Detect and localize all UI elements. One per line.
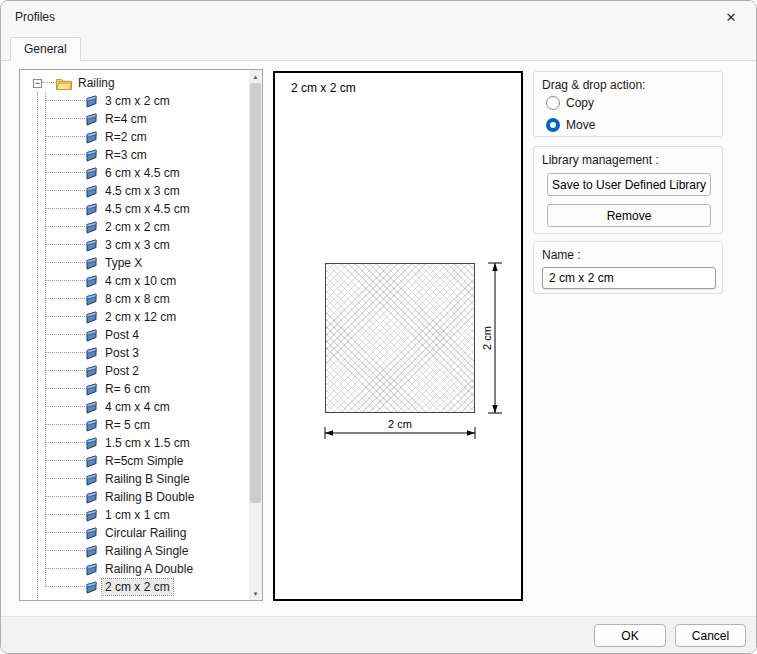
save-library-button[interactable]: Save to User Defined Library: [547, 173, 711, 196]
tree-item[interactable]: R=3 cm: [20, 146, 249, 164]
tree-item[interactable]: Post 4: [20, 326, 249, 344]
tree-connector: [45, 200, 85, 209]
tree-item[interactable]: R=4 cm: [20, 110, 249, 128]
tree-item[interactable]: Railing B Single: [20, 470, 249, 488]
tree-item-label: R=4 cm: [102, 111, 150, 127]
tree-connector: [45, 218, 85, 227]
profile-icon: [85, 509, 98, 522]
tree-item[interactable]: Post 3: [20, 344, 249, 362]
name-input[interactable]: [542, 267, 716, 289]
scroll-thumb[interactable]: [250, 83, 261, 503]
name-group-title: Name :: [542, 248, 581, 262]
tree-item-label: R=3 cm: [102, 147, 150, 163]
tree-item[interactable]: Railing A Single: [20, 542, 249, 560]
tree-item[interactable]: 4.5 cm x 4.5 cm: [20, 200, 249, 218]
profile-icon: [85, 473, 98, 486]
radio-copy-label: Copy: [566, 96, 594, 110]
profile-icon: [85, 203, 98, 216]
profile-icon: [85, 185, 98, 198]
folder-icon: [56, 599, 72, 601]
tree-item[interactable]: Post 2: [20, 362, 249, 380]
tree-item-label: Railing B Double: [102, 489, 197, 505]
tree-item[interactable]: R= 6 cm: [20, 380, 249, 398]
tree-item-label: 4 cm x 10 cm: [102, 273, 179, 289]
tree-connector: [45, 560, 85, 569]
tree-item-label: Post 3: [102, 345, 142, 361]
window-title: Profiles: [15, 10, 55, 24]
profile-icon: [85, 401, 98, 414]
profile-icon: [85, 365, 98, 378]
tree-item[interactable]: Railing A Double: [20, 560, 249, 578]
profile-icon: [85, 545, 98, 558]
scroll-down-button[interactable]: ▼: [249, 587, 262, 600]
tab-strip: General: [1, 33, 756, 61]
tree-item[interactable]: 3 cm x 2 cm: [20, 92, 249, 110]
tree-item-label: R=2 cm: [102, 129, 150, 145]
tab-general[interactable]: General: [10, 37, 81, 61]
tree-folder-partial[interactable]: [20, 596, 249, 600]
tree-root-label: Railing: [75, 75, 118, 91]
tree-item-label: R= 6 cm: [102, 381, 153, 397]
dimension-annotations: 2 cm 2 cm: [275, 73, 521, 599]
radio-copy-icon: [546, 96, 560, 110]
profile-icon: [85, 527, 98, 540]
title-bar: Profiles ✕: [1, 1, 756, 33]
profile-icon: [85, 347, 98, 360]
profile-icon: [85, 131, 98, 144]
cancel-button[interactable]: Cancel: [675, 624, 746, 647]
tree-item-label: R=5cm Simple: [102, 453, 186, 469]
profile-icon: [85, 563, 98, 576]
tree-connector: [42, 596, 56, 600]
dragdrop-group-title: Drag & drop action:: [542, 78, 645, 92]
tree-connector: [45, 110, 85, 119]
tree-item[interactable]: 1 cm x 1 cm: [20, 506, 249, 524]
preview-panel: 2 cm x 2 cm 2 cm 2 cm: [273, 71, 523, 601]
tree-connector: [45, 236, 85, 245]
scroll-up-button[interactable]: ▲: [249, 70, 262, 83]
tree-item[interactable]: 2 cm x 2 cm: [20, 578, 249, 596]
tree-item[interactable]: 4 cm x 10 cm: [20, 272, 249, 290]
profile-icon: [85, 419, 98, 432]
tree-item[interactable]: R= 5 cm: [20, 416, 249, 434]
profile-icon: [85, 167, 98, 180]
tree-root-folder[interactable]: − Railing: [20, 74, 249, 92]
tree-connector: [45, 488, 85, 497]
tree-item-label: 4.5 cm x 4.5 cm: [102, 201, 193, 217]
tree-connector: [45, 416, 85, 425]
tree-item[interactable]: Type X: [20, 254, 249, 272]
tree-item[interactable]: 8 cm x 8 cm: [20, 290, 249, 308]
tree-item[interactable]: 4.5 cm x 3 cm: [20, 182, 249, 200]
tree-item[interactable]: 4 cm x 4 cm: [20, 398, 249, 416]
remove-button[interactable]: Remove: [547, 204, 711, 227]
tree-item-label: 2 cm x 2 cm: [102, 579, 173, 595]
tree-connector: [45, 272, 85, 281]
tree-item[interactable]: 1.5 cm x 1.5 cm: [20, 434, 249, 452]
tree-item[interactable]: 3 cm x 3 cm: [20, 236, 249, 254]
radio-move[interactable]: Move: [546, 118, 595, 132]
tree-item[interactable]: 2 cm x 12 cm: [20, 308, 249, 326]
tree-item[interactable]: R=5cm Simple: [20, 452, 249, 470]
tree-connector: [45, 308, 85, 317]
close-button[interactable]: ✕: [712, 3, 750, 31]
profile-icon: [85, 455, 98, 468]
tree-item[interactable]: 2 cm x 2 cm: [20, 218, 249, 236]
profile-icon: [85, 329, 98, 342]
tree-item[interactable]: Railing B Double: [20, 488, 249, 506]
tree-connector: [42, 74, 56, 83]
tree-connector: [45, 164, 85, 173]
tree-item-label: Railing A Single: [102, 543, 191, 559]
profile-icon: [85, 581, 98, 594]
radio-copy[interactable]: Copy: [546, 96, 594, 110]
tree-connector: [45, 146, 85, 155]
tree-item[interactable]: 6 cm x 4.5 cm: [20, 164, 249, 182]
collapse-expander-icon[interactable]: −: [33, 79, 42, 88]
profile-icon: [85, 311, 98, 324]
tree-item-label: 3 cm x 2 cm: [102, 93, 173, 109]
ok-button[interactable]: OK: [594, 624, 666, 647]
tree-item[interactable]: Circular Railing: [20, 524, 249, 542]
tree-item[interactable]: R=2 cm: [20, 128, 249, 146]
profile-icon: [85, 491, 98, 504]
profiles-tree: − Railing 3 cm x 2 cm R=4 cm R=2 cm: [19, 69, 263, 601]
tree-connector: [45, 326, 85, 335]
tree-scrollbar[interactable]: ▲ ▼: [249, 70, 262, 600]
